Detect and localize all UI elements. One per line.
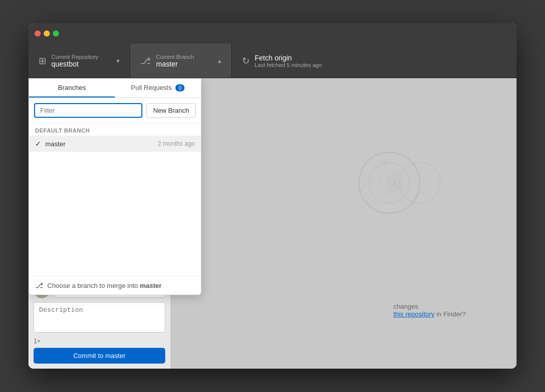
- new-branch-button[interactable]: New Branch: [146, 103, 196, 118]
- branch-item-master[interactable]: ✓ master 2 months ago: [29, 136, 201, 152]
- branch-item-name: master: [45, 140, 158, 148]
- svg-line-17: [334, 234, 466, 274]
- svg-point-11: [363, 192, 365, 194]
- branch-filter-row: New Branch: [29, 98, 201, 123]
- branch-label: Current Branch: [156, 54, 194, 60]
- close-button[interactable]: [35, 30, 41, 37]
- fetch-text: Fetch origin Last fetched 5 minutes ago: [255, 54, 322, 68]
- fetch-icon: ↻: [242, 55, 250, 67]
- branch-selected-icon: ✓: [35, 140, 41, 148]
- branch-text: Current Branch master: [156, 54, 194, 68]
- repo-text: Current Repository questbot: [51, 54, 98, 68]
- merge-text: Choose a branch to merge into master: [47, 282, 162, 289]
- title-bar: [28, 23, 517, 44]
- repo-chevron-icon: ▾: [116, 57, 119, 64]
- co-author-button[interactable]: 1+: [34, 338, 41, 345]
- description-textarea[interactable]: [34, 302, 165, 333]
- branch-item-time: 2 months ago: [158, 140, 195, 147]
- merge-icon: ⎇: [35, 281, 43, 289]
- pull-requests-badge: 0: [175, 84, 185, 91]
- fetch-sublabel: Last fetched 5 minutes ago: [255, 62, 322, 68]
- branch-dropdown-tabs: Branches Pull Requests 0: [29, 79, 201, 98]
- main-status-text: changes this repository in Finder?: [393, 303, 466, 318]
- toolbar: ⊞ Current Repository questbot ▾ ⎇ Curren…: [28, 44, 517, 78]
- svg-line-16: [349, 208, 501, 259]
- minimize-button[interactable]: [44, 30, 50, 37]
- branch-dropdown-body: Default Branch ✓ master 2 months ago: [29, 123, 201, 276]
- branch-tab-pull-requests[interactable]: Pull Requests 0: [115, 79, 201, 97]
- commit-footer: 1+: [34, 338, 165, 345]
- branch-name: master: [156, 60, 194, 68]
- svg-text:3: 3: [392, 179, 397, 187]
- branch-filter-input[interactable]: [34, 103, 142, 118]
- commit-button[interactable]: Commit to master: [34, 348, 165, 364]
- fetch-label: Fetch origin: [255, 54, 322, 62]
- open-finder-link[interactable]: this repository: [393, 310, 435, 318]
- main-content: 3 changes this repository in Finder?: [171, 78, 517, 369]
- content-area: Changes History ✓ 0 changed files: [28, 78, 517, 369]
- default-branch-label: Default Branch: [29, 123, 201, 136]
- repo-label: Current Repository: [51, 54, 98, 60]
- branch-icon: ⎇: [140, 55, 151, 67]
- branch-dropdown-footer[interactable]: ⎇ Choose a branch to merge into master: [29, 276, 201, 295]
- branch-dropdown: Branches Pull Requests 0 New Branch Defa…: [28, 78, 201, 295]
- fullscreen-button[interactable]: [53, 30, 59, 37]
- fetch-section[interactable]: ↻ Fetch origin Last fetched 5 minutes ag…: [232, 44, 344, 78]
- svg-point-9: [404, 151, 406, 153]
- traffic-lights: [35, 30, 59, 37]
- svg-rect-13: [440, 198, 445, 203]
- current-repo-section[interactable]: ⊞ Current Repository questbot ▾: [28, 44, 130, 78]
- branch-chevron-icon: ▴: [218, 57, 221, 64]
- branch-tab-branches[interactable]: Branches: [29, 79, 115, 97]
- repo-name: questbot: [51, 60, 98, 68]
- repo-icon: ⊞: [39, 55, 46, 67]
- current-branch-section[interactable]: ⎇ Current Branch master ▴: [130, 44, 232, 78]
- svg-point-12: [393, 207, 396, 209]
- svg-point-8: [383, 161, 386, 164]
- svg-point-10: [424, 167, 426, 169]
- app-window: ⊞ Current Repository questbot ▾ ⎇ Curren…: [28, 23, 517, 369]
